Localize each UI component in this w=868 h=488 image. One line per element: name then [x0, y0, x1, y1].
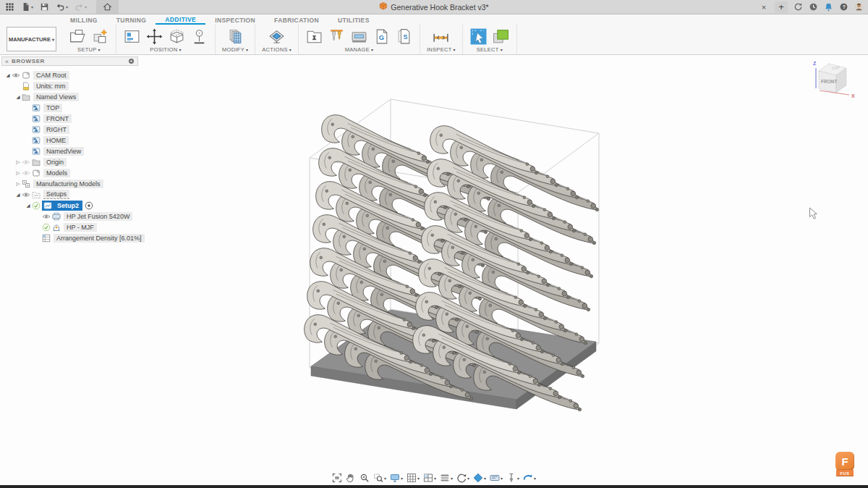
browser-row-origin[interactable]: ▷Origin: [1, 156, 138, 167]
file-menu-icon[interactable]: ▾: [21, 0, 33, 14]
screens-icon[interactable]: ▾: [490, 473, 503, 483]
expand-icon[interactable]: ◢: [14, 192, 22, 198]
post-library-icon[interactable]: G: [373, 28, 391, 46]
visibility-eye-icon[interactable]: [22, 190, 30, 199]
expand-icon[interactable]: ◢: [25, 203, 32, 209]
browser-row-units-mm[interactable]: Units: mm: [1, 80, 138, 91]
browser-options-icon[interactable]: [128, 58, 135, 64]
tab-utilities[interactable]: UTILITIES: [328, 15, 379, 25]
group-label-actions[interactable]: ACTIONS: [262, 46, 292, 54]
visibility-eye-icon[interactable]: [12, 71, 20, 80]
visibility-eye-icon[interactable]: [42, 212, 51, 221]
job-manager-icon[interactable]: [305, 28, 323, 46]
browser-row-setup2[interactable]: ◢Setup2: [1, 200, 138, 211]
expand-icon[interactable]: ◢: [4, 72, 12, 78]
grid-settings-icon[interactable]: ▾: [407, 473, 420, 483]
move-icon[interactable]: [145, 28, 163, 46]
density-icon: [42, 234, 51, 243]
group-label-position[interactable]: POSITION: [150, 46, 182, 54]
machine-library-icon[interactable]: [350, 28, 368, 46]
look-at-icon[interactable]: ▾: [473, 473, 486, 483]
visual-style-icon[interactable]: ▾: [440, 473, 453, 483]
check-icon[interactable]: [32, 201, 41, 210]
tab-fabrication[interactable]: FABRICATION: [265, 15, 328, 25]
browser-row-hp-mjf[interactable]: HP - MJF: [1, 222, 138, 232]
new-setup-icon[interactable]: [91, 28, 109, 46]
expand-icon[interactable]: ▷: [14, 170, 22, 176]
fusion-badge: F FUS: [834, 452, 856, 476]
browser-collapse-icon[interactable]: «: [5, 58, 9, 65]
quick-access-toolbar: ▾▾▾: [0, 0, 119, 14]
browser-row-right[interactable]: RIGHT: [1, 124, 138, 135]
app-grid-icon[interactable]: [5, 0, 14, 14]
extensions-sync-icon[interactable]: [793, 2, 803, 12]
save-icon[interactable]: [40, 0, 49, 14]
browser-row-models[interactable]: ▷Models: [1, 167, 138, 178]
tab-additive[interactable]: ADDITIVE: [156, 14, 205, 25]
browser-row-namedview[interactable]: NamedView: [1, 146, 138, 156]
browser-row-cam-root[interactable]: ◢CAM Root: [1, 70, 138, 80]
view-icon: [32, 125, 41, 134]
expand-icon[interactable]: ▷: [14, 181, 22, 187]
display-settings-icon[interactable]: ▾: [390, 473, 403, 483]
browser-row-named-views[interactable]: ◢Named Views: [1, 91, 138, 102]
select-icon[interactable]: [469, 28, 488, 46]
viewports-icon[interactable]: ▾: [423, 473, 436, 483]
pin-icon[interactable]: ▾: [506, 473, 519, 483]
generate-icon[interactable]: [268, 28, 286, 46]
undo-icon[interactable]: ▾: [56, 0, 68, 14]
orbit-icon[interactable]: ▾: [456, 473, 469, 483]
browser-row-setups[interactable]: ◢Setups: [1, 189, 138, 200]
browser-row-top[interactable]: TOP: [1, 102, 138, 113]
check-icon[interactable]: [42, 223, 51, 232]
viewport-canvas[interactable]: « BROWSER ◢CAM RootUnits: mm◢Named Views…: [0, 55, 868, 485]
group-label-modify[interactable]: MODIFY: [222, 46, 248, 54]
home-icon[interactable]: [96, 0, 119, 14]
zoom-icon[interactable]: [359, 473, 370, 483]
user-avatar[interactable]: [854, 2, 864, 12]
restore-icon[interactable]: ▾: [523, 473, 536, 483]
group-label-setup[interactable]: SETUP: [77, 46, 101, 54]
expand-icon[interactable]: ▷: [14, 159, 22, 165]
automatic-placement-icon[interactable]: [123, 28, 141, 46]
measure-icon[interactable]: [432, 28, 450, 46]
supports-icon[interactable]: [190, 28, 208, 46]
redo-icon[interactable]: ▾: [75, 0, 87, 14]
browser-row-manufacturing-models[interactable]: ▷Manufacturing Models: [1, 178, 138, 189]
new-setup-folder-icon[interactable]: [69, 28, 87, 46]
close-tab-button[interactable]: ×: [759, 3, 769, 12]
browser-row-hp-jet-fusion-5420w[interactable]: HP Jet Fusion 5420W: [1, 211, 138, 222]
visibility-eye-icon[interactable]: [22, 158, 30, 167]
nc-program-icon[interactable]: S: [395, 28, 413, 46]
help-icon[interactable]: ?: [839, 2, 848, 12]
row-label: HP Jet Fusion 5420W: [64, 212, 132, 221]
new-tab-button[interactable]: +: [775, 1, 788, 13]
z-axis-label: Z: [813, 61, 817, 66]
visibility-eye-icon[interactable]: [22, 169, 30, 177]
browser-row-arrangement-density-6-01[interactable]: Arrangement Density [6.01%]: [1, 232, 138, 243]
tool-library-icon[interactable]: [328, 28, 346, 46]
notifications-icon[interactable]: [824, 2, 833, 12]
workspace-selector[interactable]: MANUFACTURE: [7, 27, 56, 51]
tab-inspection[interactable]: INSPECTION: [205, 15, 265, 25]
browser-row-home[interactable]: HOME: [1, 135, 138, 146]
pan-icon[interactable]: [346, 473, 356, 483]
box-select-icon[interactable]: [492, 28, 510, 46]
fit-icon[interactable]: [332, 473, 342, 483]
browser-row-front[interactable]: FRONT: [1, 113, 138, 124]
group-label-select[interactable]: SELECT: [477, 46, 503, 54]
group-label-manage[interactable]: MANAGE: [345, 46, 374, 54]
document-tab[interactable]: Generative Hook Bracket v3*: [379, 0, 488, 14]
zoom-window-icon[interactable]: ▾: [373, 473, 386, 483]
modify-icon[interactable]: [226, 28, 244, 46]
expand-icon[interactable]: ◢: [14, 94, 22, 100]
job-status-icon[interactable]: [809, 2, 818, 12]
browser-title: BROWSER: [12, 58, 125, 64]
tab-milling[interactable]: MILLING: [61, 15, 107, 25]
group-label-inspect[interactable]: INSPECT: [427, 46, 456, 54]
active-setup-icon[interactable]: [85, 201, 93, 210]
arrange-icon[interactable]: [168, 28, 186, 46]
document-cube-icon: [379, 2, 387, 12]
view-cube[interactable]: TOP FRONT Z X: [810, 59, 862, 106]
tab-turning[interactable]: TURNING: [107, 15, 156, 25]
